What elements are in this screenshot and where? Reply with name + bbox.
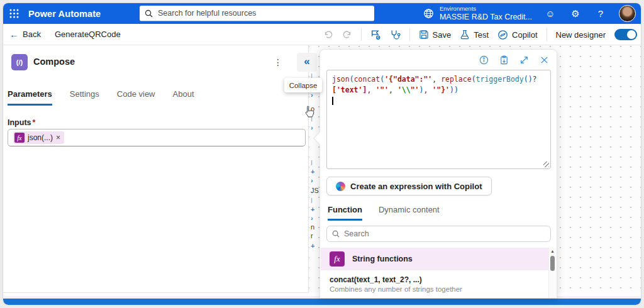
global-search-box[interactable] [140, 6, 374, 21]
expression-chip-label: json(...) [28, 133, 53, 142]
test-button[interactable]: Test [460, 30, 489, 40]
function-search-box[interactable] [326, 226, 551, 242]
text-caret [332, 97, 333, 105]
environments-icon [423, 8, 434, 19]
function-search-input[interactable] [344, 229, 545, 238]
back-arrow-icon: ← [9, 29, 19, 40]
paste-clipboard-icon[interactable] [499, 55, 509, 65]
back-label: Back [23, 30, 41, 39]
copilot-button-label: Create an expression with Copilot [350, 182, 482, 191]
fx-icon: fx [14, 133, 25, 143]
tab-function[interactable]: Function [328, 205, 362, 221]
compose-action-icon: (/) [11, 54, 28, 70]
textarea-resize-handle[interactable] [543, 162, 549, 167]
tab-settings[interactable]: Settings [70, 89, 99, 106]
copilot-button[interactable]: Copilot [497, 30, 537, 40]
expression-panel-tabs: Function Dynamic content [328, 205, 440, 221]
collapse-tooltip: Collapse [284, 78, 322, 92]
copilot-color-icon [336, 182, 345, 191]
search-icon [145, 9, 153, 18]
action-title: Compose [33, 57, 75, 67]
function-list: fx String functions concat(text_1, text_… [321, 248, 556, 298]
save-button[interactable]: Save [419, 30, 452, 40]
help-icon[interactable]: ? [594, 8, 608, 19]
tab-code-view[interactable]: Code view [117, 89, 155, 106]
action-menu-kebab-icon[interactable]: ⋮ [270, 54, 286, 70]
create-expression-copilot-button[interactable]: Create an expression with Copilot [326, 177, 492, 195]
feedback-smiley-icon[interactable]: ☺ [543, 8, 557, 19]
toggle-knob [627, 30, 636, 39]
toolbar-separator [547, 28, 547, 41]
function-description: Combines any number of strings together [330, 285, 547, 293]
environments-label: Environments [440, 6, 532, 13]
category-label: String functions [352, 255, 413, 263]
search-icon [332, 230, 340, 238]
tab-dynamic-content[interactable]: Dynamic content [379, 205, 440, 221]
required-marker: * [33, 118, 36, 127]
global-search-input[interactable] [158, 9, 369, 18]
function-signature: concat(text_1, text_2?, ...) [330, 275, 547, 284]
bottom-blue-strip [3, 299, 641, 305]
inputs-field-label: Inputs* [8, 118, 35, 127]
flow-checker-icon[interactable] [370, 30, 381, 40]
top-header-bar: Power Automate Environments MAS [3, 3, 641, 24]
cursor-pointer-hand [304, 106, 315, 118]
close-icon[interactable] [540, 55, 549, 65]
inputs-field[interactable]: fx json(...) × [8, 129, 306, 146]
app-launcher-waffle-icon[interactable] [3, 3, 25, 24]
compose-action-panel: (/) Compose ⋮ « Parameters Settings Code… [3, 45, 309, 293]
category-string-functions[interactable]: fx String functions [321, 248, 548, 270]
undo-icon[interactable] [323, 30, 333, 40]
back-button[interactable]: ← Back [9, 29, 41, 40]
scroll-up-arrow-icon[interactable]: ▲ [550, 249, 555, 253]
new-designer-toggle[interactable] [614, 29, 637, 40]
tab-about[interactable]: About [173, 89, 194, 106]
function-item-concat[interactable]: concat(text_1, text_2?, ...) Combines an… [321, 270, 556, 294]
expression-code: json(concat('{"data":"', replace(trigger… [332, 75, 537, 94]
redo-icon[interactable] [342, 30, 352, 40]
save-label: Save [433, 30, 452, 40]
save-floppy-icon [419, 30, 429, 40]
flow-name: GenerateQRCode [55, 30, 121, 39]
tab-parameters[interactable]: Parameters [8, 89, 52, 106]
settings-gear-icon[interactable]: ⚙ [569, 8, 582, 19]
function-item-substring[interactable]: substring(text, startIndex, length?) Ret… [321, 294, 556, 298]
info-icon[interactable] [479, 55, 489, 65]
expression-code-input[interactable]: json(concat('{"data":"', replace(trigger… [326, 70, 551, 169]
environment-name: MASSIE R&D Tax Credit... [440, 13, 532, 21]
copilot-icon [497, 30, 508, 40]
compose-panel-tabs: Parameters Settings Code view About [8, 89, 194, 106]
toolbar-separator [409, 28, 410, 41]
scrollbar-thumb[interactable] [550, 256, 555, 271]
toolbar-separator [361, 28, 362, 41]
test-label: Test [474, 30, 489, 40]
new-designer-label: New designer [556, 30, 606, 40]
copilot-label: Copilot [512, 30, 537, 40]
expression-editor-panel: json(concat('{"data":"', replace(trigger… [319, 49, 557, 299]
fx-icon: fx [330, 251, 345, 267]
designer-toolbar: ← Back GenerateQRCode [3, 24, 641, 45]
expand-fullscreen-icon[interactable] [519, 55, 529, 65]
expression-token-chip[interactable]: fx json(...) × [13, 131, 64, 144]
designer-content: PfI+›oI›I+›JSI+›nr+ (/) Compose ⋮ « Para… [3, 45, 641, 299]
app-window: Power Automate Environments MAS [3, 3, 641, 305]
chip-remove-icon[interactable]: × [56, 133, 60, 142]
user-avatar[interactable] [619, 5, 636, 22]
collapse-panel-button[interactable]: « [297, 53, 317, 72]
test-flask-icon [460, 30, 470, 40]
app-title: Power Automate [28, 9, 101, 19]
function-list-scrollbar[interactable]: ▲ [548, 248, 556, 298]
troubleshoot-stethoscope-icon[interactable] [390, 30, 401, 40]
environment-picker[interactable]: Environments MASSIE R&D Tax Credit... [423, 6, 532, 21]
